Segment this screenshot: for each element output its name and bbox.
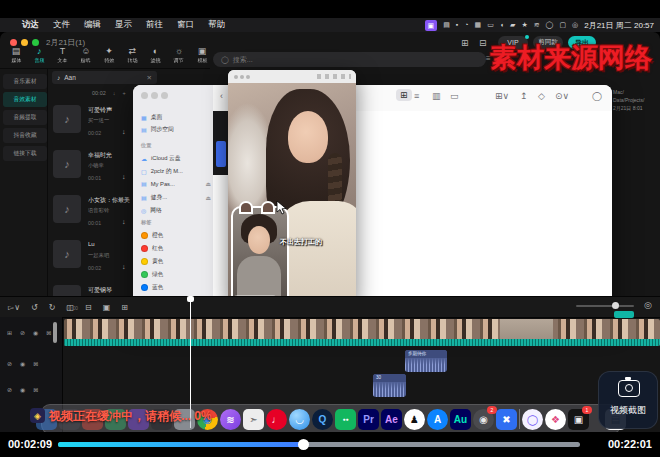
menu-item[interactable]: 文件 bbox=[53, 19, 70, 31]
preview-minimize-button[interactable] bbox=[240, 75, 244, 79]
sidebar-item-2[interactable]: 音频提取 bbox=[3, 110, 47, 125]
menu-item[interactable]: 编辑 bbox=[84, 19, 101, 31]
eject-icon[interactable]: ⏏ bbox=[206, 195, 211, 201]
input-source-icon[interactable]: ▤ bbox=[443, 20, 450, 30]
menu-bar-clock[interactable]: 2月21日 周二 20:57 bbox=[584, 20, 654, 31]
redo-icon[interactable]: ↻ bbox=[49, 303, 56, 312]
share-icon[interactable]: ↥ bbox=[520, 91, 528, 101]
dock-icon-blue-droplet-app[interactable]: ◡ bbox=[289, 409, 310, 430]
finder-favorite-item[interactable]: ▦ 桌面 bbox=[141, 113, 211, 122]
clock-icon[interactable]: ◔ bbox=[464, 20, 468, 30]
download-icon[interactable]: ↓ bbox=[113, 90, 116, 96]
video-screenshot-button[interactable]: 视频截图 bbox=[598, 371, 658, 429]
dock-icon-fingerprint-app[interactable]: ≋ bbox=[220, 409, 241, 430]
finder-tag-item[interactable]: 黄色 bbox=[141, 257, 211, 266]
finder-zoom-button[interactable] bbox=[161, 92, 168, 99]
audio-clip-block[interactable]: 多期待你 bbox=[405, 350, 447, 372]
search-icon[interactable]: ◯ bbox=[592, 91, 602, 101]
layout-toggle-icons[interactable]: ⊞ ⊟ bbox=[461, 38, 491, 48]
dock-icon-audition[interactable]: Au bbox=[450, 409, 471, 430]
select-tool-icon[interactable]: ▻∨ bbox=[8, 303, 20, 312]
sidebar-item-3[interactable]: 抖音收藏 bbox=[3, 128, 47, 143]
finder-tag-item[interactable]: 绿色 bbox=[141, 270, 211, 279]
dock-icon-black-badge-app[interactable]: ▣ 1 bbox=[568, 409, 589, 430]
dock-icon-premiere[interactable]: Pr bbox=[358, 409, 379, 430]
icon-view-icon[interactable]: ⊞ bbox=[396, 89, 412, 101]
crop-icon[interactable]: ▣ bbox=[103, 303, 111, 312]
seek-knob[interactable] bbox=[298, 439, 309, 450]
control-center-icon[interactable]: ▢ bbox=[559, 20, 566, 30]
volume-icon[interactable]: ◖ bbox=[500, 20, 504, 30]
dock-icon-blue-x-app[interactable]: ✖ bbox=[496, 409, 517, 430]
preview-window-controls[interactable] bbox=[317, 74, 351, 79]
display-icon[interactable]: ▭ bbox=[487, 20, 494, 30]
dock-icon-after-effects[interactable]: Ae bbox=[381, 409, 402, 430]
battery-icon[interactable]: ▰ bbox=[510, 20, 515, 30]
mirror-icon[interactable]: ⊞ bbox=[121, 303, 128, 312]
toolbar-tab-6[interactable]: ◐ 滤镜 bbox=[146, 46, 166, 68]
toolbar-tab-1[interactable]: ♪ 音频 bbox=[29, 46, 49, 68]
timeline-zoom-knob[interactable] bbox=[612, 302, 619, 309]
menu-item[interactable]: 帮助 bbox=[208, 19, 225, 31]
siri-icon[interactable]: ◎ bbox=[572, 20, 578, 30]
dock-icon-app-store[interactable]: A bbox=[427, 409, 448, 430]
dock-icon-q-browser[interactable]: Q bbox=[312, 409, 333, 430]
toolbar-tab-7[interactable]: ☼ 调节 bbox=[169, 46, 189, 68]
preview-close-button[interactable] bbox=[234, 75, 238, 79]
toolbar-tab-4[interactable]: ✦ 特效 bbox=[99, 46, 119, 68]
delete-icon[interactable]: ⊟ bbox=[85, 303, 92, 312]
video-track-clip[interactable] bbox=[64, 319, 660, 346]
zoom-window-button[interactable] bbox=[32, 39, 39, 46]
finder-location-item[interactable]: ◎ 网络 bbox=[141, 206, 211, 215]
undo-icon[interactable]: ↺ bbox=[31, 303, 38, 312]
finder-close-button[interactable] bbox=[141, 92, 148, 99]
gallery-view-icon[interactable]: ▭ bbox=[450, 91, 459, 101]
preview-titlebar[interactable] bbox=[228, 70, 356, 84]
toolbar-tab-5[interactable]: ⇄ 转场 bbox=[122, 46, 142, 68]
clip-trim-handle[interactable] bbox=[53, 322, 57, 343]
menu-item[interactable]: 前往 bbox=[146, 19, 163, 31]
seek-bar[interactable] bbox=[58, 442, 580, 447]
menu-item[interactable]: 访达 bbox=[22, 19, 39, 31]
finder-location-item[interactable]: ▤ My Pas... ⏏ bbox=[141, 180, 211, 187]
tags-icon[interactable]: ◇ bbox=[538, 91, 545, 101]
timeline-zoom-slider[interactable] bbox=[576, 305, 634, 307]
dock-icon-qq[interactable]: ♟ bbox=[404, 409, 425, 430]
add-icon[interactable]: + bbox=[123, 90, 126, 96]
dock-icon-netease-music[interactable]: ♩ bbox=[266, 409, 287, 430]
dock-icon-color-drive-app[interactable]: ❖ bbox=[545, 409, 566, 430]
toolbar-tab-3[interactable]: ☺ 贴纸 bbox=[76, 46, 96, 68]
star-icon[interactable]: ★ bbox=[521, 20, 527, 30]
group-by-icon[interactable]: ⊞∨ bbox=[495, 91, 509, 101]
finder-location-item[interactable]: ▤ 健身... ⏏ bbox=[141, 193, 211, 202]
track-control-icon[interactable]: ⊘ bbox=[20, 329, 25, 336]
more-actions-icon[interactable]: ⊙∨ bbox=[555, 91, 569, 101]
finder-favorite-item[interactable]: ▤ 同步空间 bbox=[141, 125, 211, 134]
search-icon[interactable]: ◯ bbox=[546, 20, 554, 30]
dock-icon-purple-ring-app[interactable]: ◯ bbox=[522, 409, 543, 430]
download-icon[interactable]: ↓ bbox=[122, 218, 126, 225]
track-control-icon[interactable]: ⊞ bbox=[7, 329, 12, 336]
timeline-fit-icon[interactable]: ◎ bbox=[644, 300, 652, 310]
list-view-icon[interactable]: ≡ bbox=[414, 91, 419, 101]
finder-minimize-button[interactable] bbox=[151, 92, 158, 99]
track-control-icon[interactable]: ◉ bbox=[33, 329, 38, 336]
close-window-button[interactable] bbox=[10, 39, 17, 46]
screen-mirroring-icon[interactable]: ▣ bbox=[425, 20, 438, 31]
back-icon[interactable]: ‹ bbox=[220, 91, 223, 101]
finder-location-item[interactable]: ☁ iCloud 云盘 bbox=[141, 154, 211, 163]
track-control-icon[interactable]: ◉ bbox=[20, 386, 25, 393]
track-control-icon[interactable]: ⊠ bbox=[33, 360, 38, 367]
track-control-icon[interactable]: ⊘ bbox=[7, 360, 12, 367]
toolbar-tab-0[interactable]: ▤ 媒体 bbox=[6, 46, 26, 68]
audio-filter-input[interactable]: ♪ Aan ✕ bbox=[52, 71, 157, 84]
finder-tag-item[interactable]: 橙色 bbox=[141, 231, 211, 240]
dock-icon-wechat[interactable]: ●● bbox=[335, 409, 356, 430]
sidebar-item-4[interactable]: 链接下载 bbox=[3, 146, 47, 161]
track-control-icon[interactable]: ⊠ bbox=[33, 386, 38, 393]
menu-item[interactable]: 窗口 bbox=[177, 19, 194, 31]
track-control-icon[interactable]: ◉ bbox=[20, 360, 25, 367]
keyboard-icon[interactable]: ▦ bbox=[475, 20, 482, 30]
track-control-icon[interactable]: ⊘ bbox=[7, 386, 12, 393]
audio-clip-block[interactable]: 30 bbox=[373, 374, 406, 397]
